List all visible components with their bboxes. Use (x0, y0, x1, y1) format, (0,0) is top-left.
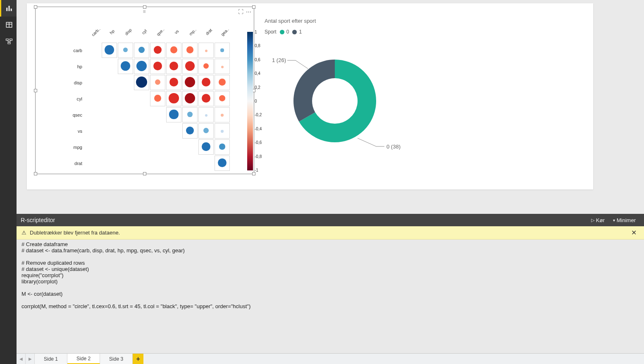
corrplot-cell (154, 46, 162, 54)
page-tab[interactable]: Side 2 (67, 354, 100, 364)
corrplot-col-label: gea.. (218, 25, 232, 39)
corrplot-cell (203, 63, 209, 69)
corrplot-cell (205, 114, 208, 117)
warning-icon: ⚠ (21, 230, 26, 236)
colorbar-tick: 0,8 (255, 43, 262, 48)
legend-dot-icon (292, 30, 297, 34)
colorbar-tick: 1 (255, 30, 262, 34)
minimize-editor-button[interactable]: ▾ Minimer (609, 217, 640, 223)
minimize-label: Minimer (617, 217, 636, 223)
resize-handle[interactable] (143, 172, 146, 175)
page-tab-strip: ◀ ▶ Side 1Side 2Side 3 + (17, 353, 644, 364)
corrplot-cell (218, 158, 227, 167)
resize-handle[interactable] (34, 172, 37, 175)
table-icon (5, 21, 13, 29)
corrplot-grid: carb..hpdispcylqse..vsmp..dratgea..carbh… (69, 26, 231, 172)
tab-scroll-left-button[interactable]: ◀ (17, 354, 26, 364)
donut-plot-area: 1 (26) 0 (38) (265, 43, 413, 163)
add-page-button[interactable]: + (133, 354, 143, 364)
corrplot-cell (170, 46, 177, 53)
legend-item-1[interactable]: 1 (292, 29, 302, 35)
r-visual-corrplot[interactable]: ≡ ⛶ ⋯ carb..hpdispcylqse..vsmp..dratgea.… (35, 7, 254, 174)
drag-grip-icon[interactable]: ≡ (143, 9, 146, 14)
colorbar-tick: -0,8 (255, 154, 262, 159)
corrplot-col-label: disp (121, 25, 135, 39)
corrplot-row-label: cyl (69, 91, 85, 106)
corrplot-col-label: qse.. (153, 25, 167, 39)
corrplot-cell (202, 78, 210, 86)
corrplot-cell (202, 142, 210, 151)
page-tab[interactable]: Side 3 (100, 354, 133, 364)
run-label: Kør (596, 217, 605, 223)
corrplot-cell (169, 78, 178, 86)
report-view-nav[interactable] (0, 0, 17, 17)
svg-rect-2 (10, 9, 12, 11)
colorbar-tick: -0,2 (255, 113, 262, 117)
corrplot-row-label: mpg (69, 139, 85, 155)
more-options-icon[interactable]: ⋯ (246, 9, 251, 15)
corrplot-cell (154, 95, 162, 102)
model-view-nav[interactable] (0, 33, 17, 50)
corrplot-cell (187, 112, 193, 117)
report-canvas-area: ≡ ⛶ ⋯ carb..hpdispcylqse..vsmp..dratgea.… (17, 0, 644, 214)
svg-rect-1 (8, 6, 10, 11)
resize-handle[interactable] (252, 172, 255, 175)
corrplot-cell (203, 128, 209, 133)
corrplot-col-label: mp.. (186, 25, 200, 39)
colorbar-tick: -0,4 (255, 127, 262, 131)
corrplot-cell (221, 66, 224, 68)
colorbar-tick: 0 (255, 99, 262, 103)
colorbar (247, 32, 253, 170)
corrplot-cell (219, 79, 226, 86)
svg-line-11 (296, 60, 308, 69)
resize-handle[interactable] (34, 89, 37, 92)
corrplot-cell (220, 48, 224, 52)
model-icon (5, 38, 13, 45)
resize-handle[interactable] (143, 5, 146, 9)
svg-rect-7 (10, 39, 12, 41)
colorbar-tick: -0,6 (255, 140, 262, 145)
legend-item-0[interactable]: 0 (280, 29, 289, 35)
corrplot-cell (202, 94, 210, 103)
corrplot-cell (185, 93, 196, 104)
donut-chart-visual[interactable]: Antal sport efter sport Sport 0 1 (265, 18, 413, 163)
warning-bar: ⚠ Dubletrækker blev fjernet fra dataene.… (17, 226, 644, 239)
corrplot-row-label: carb (69, 43, 85, 58)
legend-item-label: 0 (286, 29, 289, 35)
legend-item-label: 1 (299, 29, 302, 35)
corrplot-row-label: vs (69, 123, 85, 139)
corrplot-cell (186, 127, 194, 135)
svg-rect-8 (8, 42, 10, 44)
close-warning-button[interactable]: ✕ (629, 229, 639, 237)
resize-handle[interactable] (34, 5, 37, 9)
corrplot-cell (105, 45, 114, 55)
focus-mode-icon[interactable]: ⛶ (238, 9, 243, 15)
corrplot-col-label: vs (169, 25, 184, 39)
r-script-editor-header: R-scripteditor ▷ Kør ▾ Minimer (17, 214, 644, 226)
corrplot-col-label: hp (105, 25, 119, 39)
page-tab[interactable]: Side 1 (35, 354, 67, 364)
colorbar-tick: 0,6 (255, 57, 262, 62)
donut-title: Antal sport efter sport (265, 18, 413, 24)
donut-legend: Sport 0 1 (265, 29, 413, 35)
corrplot-cell (169, 62, 179, 71)
corrplot-cell (121, 61, 131, 71)
legend-field-label: Sport (265, 29, 277, 35)
corrplot-row-label: hp (69, 59, 85, 74)
donut-slice-1[interactable] (293, 60, 335, 122)
report-page[interactable]: ≡ ⛶ ⋯ carb..hpdispcylqse..vsmp..dratgea.… (27, 3, 593, 189)
data-view-nav[interactable] (0, 17, 17, 33)
run-script-button[interactable]: ▷ Kør (587, 217, 609, 223)
corrplot-row-label: drat (69, 156, 85, 171)
r-code-editor[interactable]: # Create dataframe # dataset <- data.fra… (17, 239, 644, 353)
corrplot-cell (155, 79, 160, 85)
resize-handle[interactable] (252, 5, 255, 9)
svg-line-10 (9, 41, 11, 43)
corrplot-cell (186, 46, 193, 53)
colorbar-tick: 0,2 (255, 85, 262, 90)
bar-chart-icon (5, 5, 13, 12)
corrplot-col-label: carb.. (89, 25, 103, 39)
chevron-down-icon: ▾ (613, 218, 615, 223)
tab-scroll-right-button[interactable]: ▶ (26, 354, 35, 364)
donut-data-label-0: 0 (38) (386, 144, 401, 150)
